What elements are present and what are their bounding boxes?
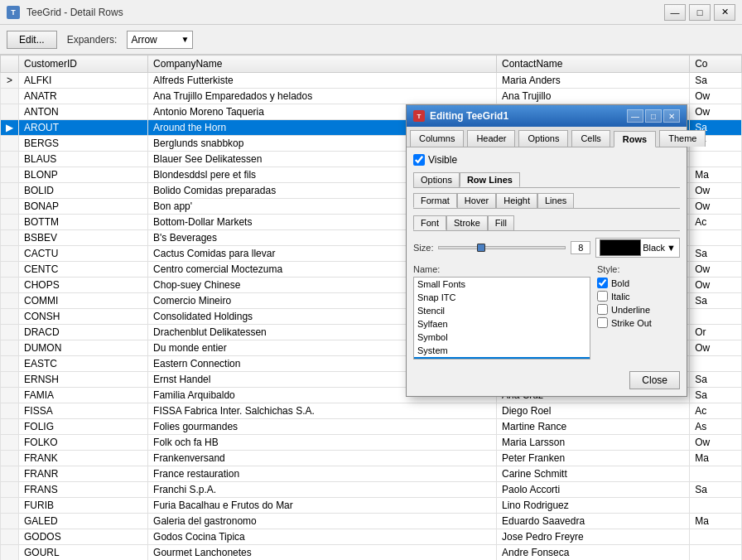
app-icon: T [7,6,20,19]
font-list-item[interactable]: Snap ITC [414,291,590,304]
table-cell [690,309,742,325]
table-cell: EASTC [19,356,148,372]
table-row[interactable]: FURIBFuria Bacalhau e Frutos do MarLino … [1,498,742,514]
bold-checkbox[interactable] [597,278,608,288]
close-dialog-button[interactable]: Close [629,371,680,389]
table-row[interactable]: FRANRFrance restaurationCarine Schmitt [1,466,742,482]
col-header-customerid[interactable]: CustomerID [19,56,148,73]
table-cell: BLAUS [19,152,148,167]
size-label: Size: [413,243,433,253]
subsubtab-lines[interactable]: Lines [537,193,574,208]
font-sub-tabs: Font Stroke Fill [413,215,680,231]
minimize-button[interactable]: — [664,4,686,21]
table-cell: Or [690,325,742,340]
window-title: TeeGrid - Detail Rows [26,7,123,18]
fontsubtab-stroke[interactable]: Stroke [446,215,488,230]
row-indicator-cell [1,152,19,167]
table-cell: Eduardo Saavedra [497,514,690,529]
subsubtab-height[interactable]: Height [496,193,537,208]
table-cell: FOLKO [19,435,148,451]
visible-checkbox[interactable] [413,154,425,166]
table-row[interactable]: ANATRAna Trujillo Emparedados y heladosA… [1,89,742,104]
table-row[interactable]: GODOSGodos Cocina TipicaJose Pedro Freyr… [1,529,742,545]
row-indicator-cell: > [1,73,19,89]
underline-row: Underline [597,304,680,315]
table-cell: ALFKI [19,73,148,89]
row-indicator-cell [1,419,19,435]
color-picker[interactable]: Black ▼ [595,238,680,258]
table-row[interactable]: FISSAFISSA Fabrica Inter. Salchichas S.A… [1,403,742,419]
row-indicator-cell [1,498,19,514]
close-button[interactable]: ✕ [714,4,735,21]
table-cell: Paolo Accorti [497,482,690,498]
underline-checkbox[interactable] [597,304,608,315]
row-indicator-cell [1,309,19,325]
tab-columns[interactable]: Columns [410,130,464,147]
row-indicator-cell [1,246,19,262]
font-list-item[interactable]: Symbol [414,331,590,344]
subtab-rowlines[interactable]: Row Lines [460,172,520,187]
table-cell [690,152,742,167]
table-row[interactable]: GALEDGaleria del gastronomoEduardo Saave… [1,514,742,529]
table-row[interactable]: FRANKFrankenversandPeter FrankenMa [1,451,742,466]
fontsubtab-font[interactable]: Font [413,215,446,230]
table-row[interactable]: FOLIGFolies gourmandesMartine RanceAs [1,419,742,435]
tab-header[interactable]: Header [467,130,515,147]
edit-button[interactable]: Edit... [7,31,57,49]
table-cell: Furia Bacalhau e Frutos do Mar [148,498,497,514]
row-indicator-cell [1,230,19,246]
table-row[interactable]: GOURLGourmet LanchonetesAndre Fonseca [1,545,742,561]
size-slider[interactable] [438,246,566,249]
subtab-options[interactable]: Options [413,172,460,187]
subsubtab-hover[interactable]: Hover [457,193,496,208]
table-cell: FISSA Fabrica Inter. Salchichas S.A. [148,403,497,419]
table-cell: ANATR [19,89,148,104]
bold-row: Bold [597,278,680,288]
font-list-item[interactable]: Small Fonts [414,278,590,291]
table-cell: Ma [690,167,742,183]
table-cell: CACTU [19,246,148,262]
row-indicator-cell [1,356,19,372]
table-row[interactable]: >ALFKIAlfreds FutterkisteMaria AndersSa [1,73,742,89]
font-list-item[interactable]: System [414,344,590,357]
row-indicator-cell [1,262,19,278]
dialog-title: Editing TeeGrid1 [430,110,622,122]
tab-options[interactable]: Options [518,130,568,147]
italic-checkbox[interactable] [597,291,608,302]
font-list-item[interactable]: Stencil [414,304,590,317]
tab-theme[interactable]: Theme [659,130,706,147]
table-row[interactable]: FOLKOFolk och fa HBMaria LarssonOw [1,435,742,451]
strikeout-checkbox[interactable] [597,317,608,328]
table-cell: Carine Schmitt [497,466,690,482]
font-list[interactable]: Small FontsSnap ITCStencilSylfaenSymbolS… [413,277,590,360]
col-header-contactname[interactable]: ContactName [497,56,690,73]
table-cell: Martine Rance [497,419,690,435]
expanders-label: Expanders: [67,34,118,46]
subsubtab-format[interactable]: Format [413,193,457,208]
dialog-maximize-button[interactable]: □ [645,109,662,123]
dialog-minimize-button[interactable]: — [627,109,643,123]
font-list-item[interactable]: Sylfaen [414,317,590,331]
table-cell: Maria Anders [497,73,690,89]
maximize-button[interactable]: □ [689,4,711,21]
dialog-close-button[interactable]: ✕ [663,109,680,123]
tab-rows[interactable]: Rows [614,131,656,147]
row-indicator-cell [1,183,19,199]
color-label: Black [643,243,665,253]
size-input[interactable] [571,241,590,254]
expanders-dropdown[interactable]: Arrow ▼ [127,31,193,49]
font-list-item[interactable]: Tahoma [414,357,590,360]
fontsubtab-fill[interactable]: Fill [488,215,514,230]
underline-label: Underline [611,305,650,315]
table-cell: Ow [690,104,742,120]
table-cell: ERNSH [19,372,148,388]
table-row[interactable]: FRANSFranchi S.p.A.Paolo AccortiSa [1,482,742,498]
visible-label: Visible [428,154,457,166]
table-cell: BSBEV [19,230,148,246]
col-header-companyname[interactable]: CompanyName [148,56,497,73]
tab-cells[interactable]: Cells [571,130,610,147]
expanders-value: Arrow [131,34,157,46]
col-header-co[interactable]: Co [690,56,742,73]
sub-sub-tabs: Format Hover Height Lines [413,193,680,209]
row-indicator-cell [1,325,19,340]
